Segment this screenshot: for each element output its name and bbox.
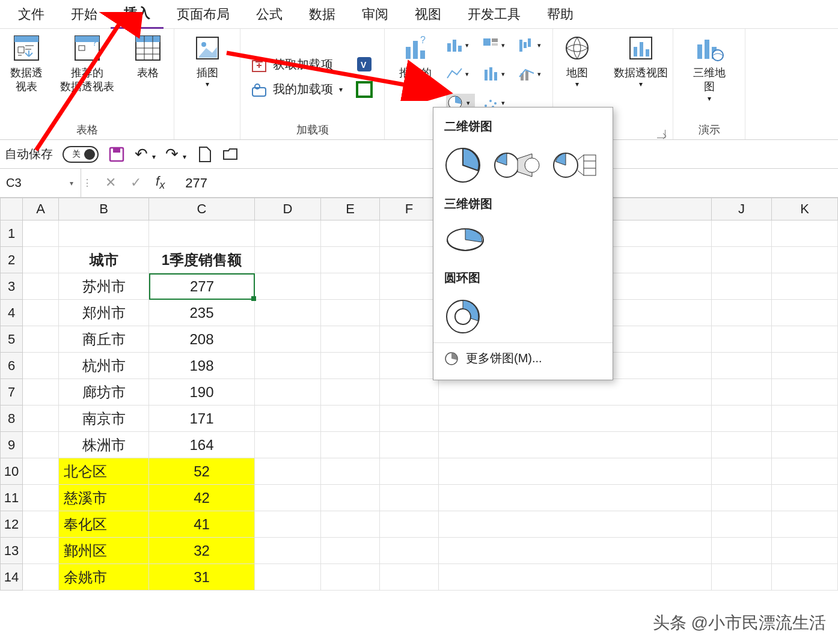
tab-help[interactable]: 帮助 <box>534 1 587 28</box>
row-header[interactable]: 12 <box>0 511 23 538</box>
cell[interactable] <box>772 326 838 353</box>
cell[interactable] <box>712 511 772 538</box>
recommended-charts-button[interactable]: ? 推荐的 图表 <box>391 32 440 94</box>
row-header[interactable]: 13 <box>0 538 23 564</box>
cell[interactable] <box>439 538 712 564</box>
cell[interactable] <box>23 432 59 458</box>
cell[interactable] <box>380 353 439 379</box>
row-header[interactable]: 2 <box>0 247 23 273</box>
cell[interactable] <box>772 458 838 485</box>
cell[interactable] <box>23 511 59 538</box>
cell[interactable] <box>321 538 380 564</box>
cell[interactable]: 52 <box>149 458 255 485</box>
row-header[interactable]: 14 <box>0 564 23 591</box>
cell[interactable] <box>772 273 838 300</box>
col-header[interactable]: F <box>380 198 439 220</box>
cell[interactable] <box>321 353 380 379</box>
cell[interactable] <box>321 247 380 273</box>
cell[interactable] <box>380 379 439 406</box>
cell[interactable] <box>321 485 380 511</box>
cell[interactable] <box>439 432 712 458</box>
cell[interactable] <box>321 511 380 538</box>
cell[interactable]: 171 <box>149 406 255 432</box>
col-header[interactable]: E <box>321 198 380 220</box>
cell[interactable] <box>380 273 439 300</box>
cell[interactable]: 奉化区 <box>59 511 149 538</box>
cell[interactable] <box>712 406 772 432</box>
cell[interactable] <box>255 432 321 458</box>
cell[interactable] <box>321 406 380 432</box>
maps-button[interactable]: 地图▾ <box>552 32 602 90</box>
waterfall-chart-button[interactable]: ▾ <box>518 37 547 53</box>
cell[interactable]: 余姚市 <box>59 564 149 591</box>
save-icon[interactable] <box>108 146 125 163</box>
cell[interactable] <box>712 326 772 353</box>
cell[interactable] <box>439 511 712 538</box>
cell[interactable]: 慈溪市 <box>59 485 149 511</box>
col-header[interactable]: B <box>59 198 149 220</box>
cell[interactable] <box>772 564 838 591</box>
cell[interactable] <box>321 273 380 300</box>
pie-3d-option[interactable] <box>444 224 486 258</box>
cell[interactable] <box>772 379 838 406</box>
cell[interactable] <box>772 353 838 379</box>
cell[interactable] <box>255 353 321 379</box>
cell[interactable] <box>255 511 321 538</box>
tab-formula[interactable]: 公式 <box>243 1 296 28</box>
col-header[interactable]: J <box>712 198 772 220</box>
tab-view[interactable]: 视图 <box>402 1 454 28</box>
cell[interactable] <box>712 220 772 247</box>
cell[interactable] <box>712 379 772 406</box>
cell[interactable] <box>712 538 772 564</box>
row-header[interactable]: 9 <box>0 432 23 458</box>
pie-of-pie-option[interactable] <box>494 147 540 184</box>
cell[interactable] <box>321 564 380 591</box>
cell[interactable] <box>380 300 439 326</box>
fx-button[interactable]: fx <box>156 174 165 192</box>
tab-file[interactable]: 文件 <box>5 1 58 28</box>
row-header[interactable]: 11 <box>0 485 23 511</box>
cell[interactable] <box>321 326 380 353</box>
cell[interactable] <box>439 379 712 406</box>
column-chart-button[interactable]: ▾ <box>446 37 475 53</box>
cell[interactable]: 198 <box>149 353 255 379</box>
row-header[interactable]: 3 <box>0 273 23 300</box>
statistic-chart-button[interactable]: ▾ <box>482 66 511 82</box>
cell[interactable] <box>149 220 255 247</box>
cell[interactable] <box>712 458 772 485</box>
cell[interactable]: 164 <box>149 432 255 458</box>
row-header[interactable]: 8 <box>0 406 23 432</box>
row-header[interactable]: 4 <box>0 300 23 326</box>
cell[interactable] <box>23 326 59 353</box>
cell[interactable] <box>772 406 838 432</box>
cell[interactable] <box>255 326 321 353</box>
redo-button[interactable]: ↷ ▾ <box>165 145 186 163</box>
cell[interactable] <box>23 538 59 564</box>
col-header[interactable]: D <box>255 198 321 220</box>
row-header[interactable]: 5 <box>0 326 23 353</box>
tab-layout[interactable]: 页面布局 <box>164 1 243 28</box>
row-header[interactable]: 10 <box>0 458 23 485</box>
cell[interactable] <box>255 379 321 406</box>
cell[interactable]: 郑州市 <box>59 300 149 326</box>
new-sheet-icon[interactable] <box>196 146 213 163</box>
my-addins-button[interactable]: 我的加载项 ▾ <box>251 81 343 97</box>
row-header[interactable]: 1 <box>0 220 23 247</box>
cell[interactable]: 42 <box>149 485 255 511</box>
cell[interactable] <box>712 485 772 511</box>
cell[interactable] <box>380 432 439 458</box>
tab-data[interactable]: 数据 <box>296 1 349 28</box>
col-header[interactable]: K <box>772 198 838 220</box>
cell[interactable] <box>380 220 439 247</box>
name-box[interactable]: C3▾ <box>0 169 81 197</box>
cell[interactable]: 北仑区 <box>59 458 149 485</box>
formula-value[interactable]: 277 <box>177 175 207 191</box>
cell[interactable] <box>380 247 439 273</box>
cell[interactable] <box>712 353 772 379</box>
cell[interactable]: 277 <box>149 273 255 300</box>
cell[interactable]: 1季度销售额 <box>149 247 255 273</box>
pivot-table-button[interactable]: 数据透 视表 <box>2 32 51 94</box>
row-header[interactable]: 6 <box>0 353 23 379</box>
cell[interactable] <box>772 511 838 538</box>
tab-review[interactable]: 审阅 <box>349 1 402 28</box>
